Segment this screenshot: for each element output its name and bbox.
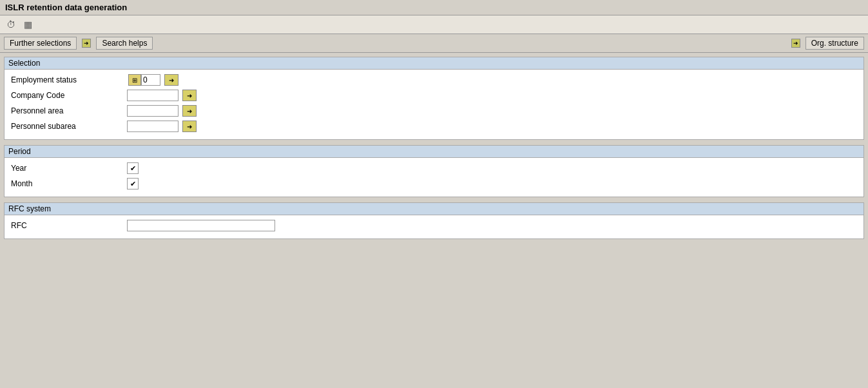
personnel-subarea-label: Personnel subarea	[11, 122, 127, 131]
selection-body: Employment status ⊞ ➜ Company Code ➜ Per…	[5, 70, 863, 139]
rfc-header: RFC system	[5, 203, 863, 215]
period-section: Period Year ✔ Month ✔	[4, 145, 864, 197]
company-code-input[interactable]	[127, 90, 178, 101]
company-code-row: Company Code ➜	[11, 89, 857, 102]
month-label: Month	[11, 179, 127, 188]
personnel-area-input[interactable]	[127, 105, 178, 117]
month-row: Month ✔	[11, 177, 857, 190]
personnel-subarea-row: Personnel subarea ➜	[11, 120, 857, 133]
arrow-icon-1: ➜	[82, 39, 91, 48]
page-title: ISLR retention data generation	[5, 3, 127, 12]
personnel-area-row: Personnel area ➜	[11, 104, 857, 117]
rfc-input[interactable]	[127, 220, 275, 231]
rfc-row: RFC	[11, 219, 857, 232]
main-content: Selection Employment status ⊞ ➜ Company …	[0, 53, 868, 248]
search-helps-button[interactable]: Search helps	[96, 37, 153, 50]
employment-status-icon[interactable]: ⊞	[128, 74, 141, 86]
employment-status-input[interactable]	[141, 74, 160, 86]
org-structure-button[interactable]: Org. structure	[805, 37, 864, 50]
selection-header: Selection	[5, 57, 863, 70]
company-code-label: Company Code	[11, 91, 127, 100]
rfc-body: RFC	[5, 215, 863, 238]
personnel-subarea-input[interactable]	[127, 121, 178, 132]
personnel-subarea-arrow[interactable]: ➜	[182, 121, 197, 132]
year-row: Year ✔	[11, 162, 857, 175]
employment-status-label: Employment status	[11, 75, 127, 84]
month-checkbox[interactable]: ✔	[127, 178, 139, 189]
further-selections-label: Further selections	[10, 39, 71, 48]
employment-status-row: Employment status ⊞ ➜	[11, 73, 857, 86]
grid-icon[interactable]: ▦	[21, 17, 35, 32]
title-bar: ISLR retention data generation	[0, 0, 868, 15]
rfc-label: RFC	[11, 221, 127, 230]
nav-bar: Further selections ➜ Search helps ➜ Org.…	[0, 34, 868, 53]
org-structure-label: Org. structure	[811, 39, 858, 48]
further-selections-button[interactable]: Further selections	[4, 37, 77, 50]
toolbar: ⏱ ▦	[0, 15, 868, 34]
company-code-arrow[interactable]: ➜	[182, 90, 197, 101]
personnel-area-label: Personnel area	[11, 106, 127, 115]
period-body: Year ✔ Month ✔	[5, 158, 863, 197]
period-header: Period	[5, 146, 863, 158]
search-helps-label: Search helps	[102, 39, 147, 48]
clock-icon[interactable]: ⏱	[4, 17, 18, 32]
year-checkbox[interactable]: ✔	[127, 162, 139, 174]
selection-section: Selection Employment status ⊞ ➜ Company …	[4, 57, 864, 140]
rfc-section: RFC system RFC	[4, 202, 864, 239]
personnel-area-arrow[interactable]: ➜	[182, 105, 197, 117]
arrow-icon-2: ➜	[791, 39, 800, 48]
year-label: Year	[11, 164, 127, 173]
employment-status-arrow[interactable]: ➜	[164, 74, 178, 86]
